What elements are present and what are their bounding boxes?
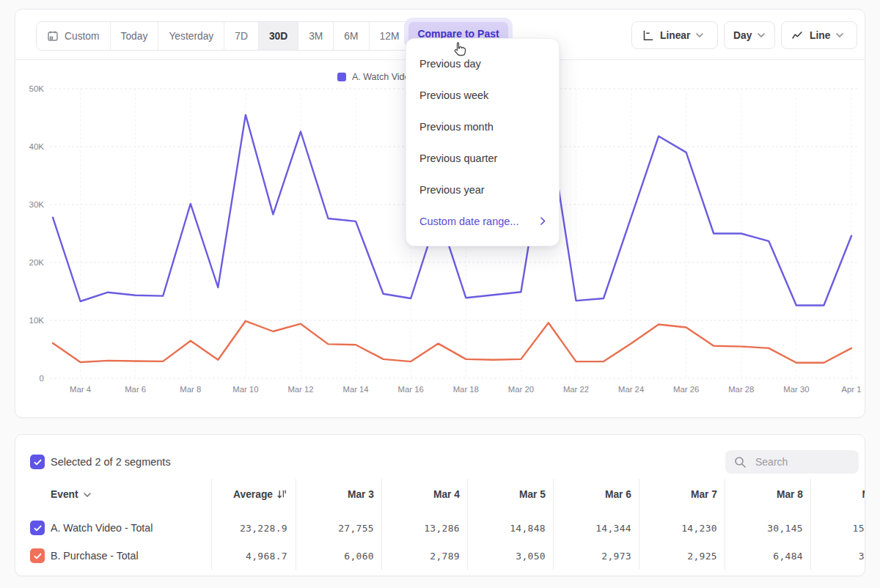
cell-value: 6,484	[725, 551, 810, 562]
search-input[interactable]	[754, 455, 845, 468]
date-column-header[interactable]: Mar 8	[725, 489, 810, 500]
cell-value: 14,848	[467, 523, 553, 534]
search-box[interactable]	[725, 450, 859, 474]
chart-type-dropdown[interactable]: Line	[781, 21, 857, 49]
compare-to-past-menu: Previous day Previous week Previous mont…	[406, 38, 560, 246]
event-name: B. Purchase - Total	[51, 550, 139, 562]
segments-header: Selected 2 of 2 segments	[15, 435, 865, 479]
chevron-right-icon	[540, 217, 546, 225]
legend-label: A. Watch Vide	[352, 72, 410, 82]
cell-value: 13,286	[381, 523, 467, 534]
average-value: 4,968.7	[197, 551, 287, 562]
date-column-header[interactable]: M	[810, 489, 865, 500]
chevron-down-icon	[836, 33, 843, 37]
selected-segments-label: Selected 2 of 2 segments	[51, 456, 171, 468]
range-tab-30d[interactable]: 30D	[258, 22, 298, 50]
chevron-down-icon	[696, 33, 703, 37]
column-separator	[725, 479, 725, 570]
menu-item-previous-week[interactable]: Previous week	[406, 79, 559, 111]
chevron-down-icon	[84, 493, 91, 497]
row-checkbox-purchase[interactable]	[30, 548, 45, 563]
row-checkbox-watch-video[interactable]	[30, 521, 45, 535]
search-icon	[734, 456, 747, 468]
date-column-header[interactable]: Mar 6	[553, 489, 639, 500]
cell-value: 2,973	[553, 551, 639, 562]
cell-value: 30,145	[725, 523, 810, 534]
menu-item-custom-date-range[interactable]: Custom date range...	[406, 205, 559, 237]
table-header-row: Event Average Mar 3Mar 4Mar 5Mar 6Mar 7M…	[15, 479, 865, 514]
line-chart-icon	[791, 29, 804, 42]
column-separator	[296, 479, 296, 570]
event-name: A. Watch Video - Total	[51, 522, 153, 534]
range-tab-custom[interactable]: Custom	[37, 22, 110, 50]
legend-swatch-watch-video	[337, 73, 346, 81]
calendar-icon	[47, 30, 59, 42]
date-column-header[interactable]: Mar 3	[296, 489, 381, 500]
column-separator	[381, 479, 382, 570]
cell-value: 2,925	[639, 551, 725, 562]
range-tab-12m[interactable]: 12M	[369, 22, 410, 50]
menu-item-previous-month[interactable]: Previous month	[406, 111, 559, 142]
check-icon	[33, 457, 43, 467]
cell-value: 2,789	[381, 551, 467, 562]
column-separator	[810, 479, 811, 570]
average-column-header[interactable]: Average	[211, 489, 287, 500]
range-tab-today[interactable]: Today	[110, 22, 158, 50]
check-icon	[33, 523, 43, 533]
cell-value: 27,755	[296, 523, 381, 534]
table-row-purchase: B. Purchase - Total 4,968.7 6,0602,7893,…	[15, 542, 865, 570]
cell-value: 6,060	[296, 551, 381, 562]
scale-dropdown[interactable]: Linear	[631, 21, 718, 49]
linear-axis-icon	[641, 29, 654, 42]
date-range-control: Custom Today Yesterday 7D 30D 3M 6M 12M	[36, 21, 410, 51]
table-row-watch-video: A. Watch Video - Total 23,228.9 27,75513…	[15, 514, 865, 542]
cell-value: 14,344	[553, 523, 639, 534]
date-column-header[interactable]: Mar 4	[381, 489, 467, 500]
column-separator	[211, 479, 212, 570]
chevron-down-icon	[758, 33, 765, 37]
date-column-header[interactable]: Mar 7	[639, 489, 725, 500]
cell-value: 3,050	[467, 551, 553, 562]
menu-item-previous-day[interactable]: Previous day	[406, 48, 559, 79]
range-tab-6m[interactable]: 6M	[333, 22, 368, 50]
chart-legend: A. Watch Vide	[337, 70, 410, 84]
menu-item-previous-quarter[interactable]: Previous quarter	[406, 142, 559, 174]
cell-value: 14,230	[639, 523, 725, 534]
select-all-checkbox[interactable]	[30, 455, 45, 469]
range-tab-label: Custom	[65, 31, 100, 42]
range-tab-7d[interactable]: 7D	[224, 22, 258, 50]
column-separator	[553, 479, 554, 570]
cell-value: 3,	[810, 551, 865, 562]
column-separator	[639, 479, 639, 570]
event-column-header[interactable]: Event	[51, 489, 91, 500]
range-tab-yesterday[interactable]: Yesterday	[158, 22, 224, 50]
average-value: 23,228.9	[197, 523, 287, 534]
date-column-header[interactable]: Mar 5	[467, 489, 553, 500]
column-separator	[467, 479, 468, 570]
segments-table: Event Average Mar 3Mar 4Mar 5Mar 6Mar 7M…	[15, 479, 865, 570]
sort-descending-icon	[276, 489, 287, 500]
interval-dropdown[interactable]: Day	[724, 21, 775, 49]
range-tab-3m[interactable]: 3M	[298, 22, 333, 50]
menu-item-previous-year[interactable]: Previous year	[406, 174, 559, 205]
cell-value: 15,	[810, 523, 865, 534]
mouse-cursor-icon	[451, 40, 469, 59]
segments-panel: Selected 2 of 2 segments Event Average M…	[15, 434, 865, 576]
check-icon	[33, 551, 43, 561]
